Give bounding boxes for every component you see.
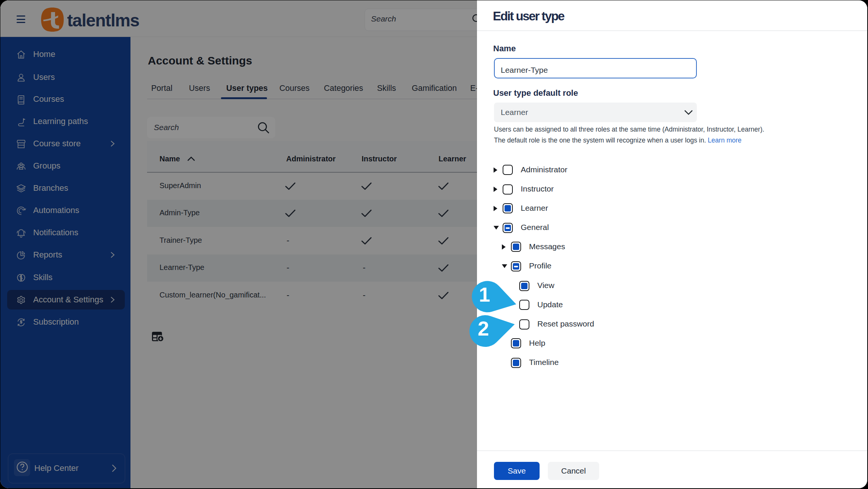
svg-text:2: 2 xyxy=(478,317,489,340)
svg-text:1: 1 xyxy=(479,283,490,306)
